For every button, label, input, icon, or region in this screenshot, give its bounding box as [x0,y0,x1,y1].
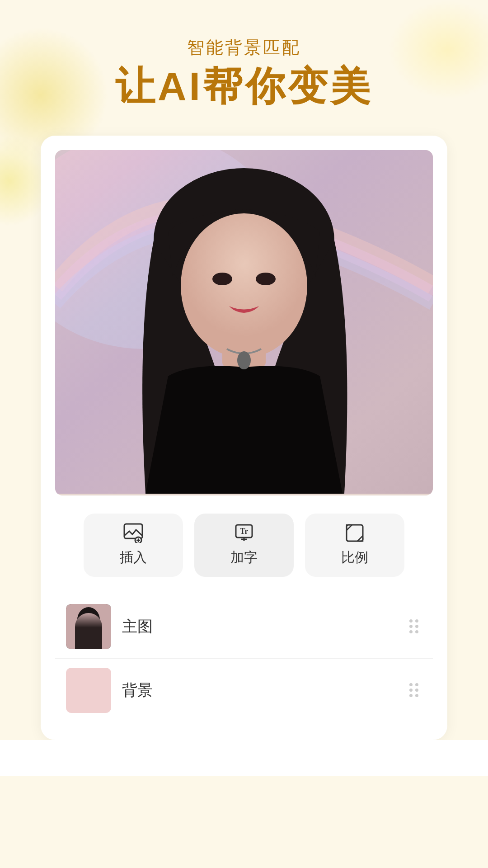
drag-dot [409,625,413,628]
svg-rect-8 [124,524,142,538]
photo-display [55,150,433,494]
layer-name-main: 主图 [122,616,395,637]
svg-point-20 [81,613,96,629]
drag-dot [409,619,413,623]
drag-dot-row [409,625,418,628]
drag-dot-row [409,694,418,697]
ratio-button[interactable]: 比例 [305,514,404,577]
drag-dot [409,683,413,686]
add-text-button[interactable]: Tr 加字 [194,514,294,577]
header-title: 让AI帮你变美 [115,65,373,108]
svg-point-19 [77,607,100,632]
layer-item-main[interactable]: 主图 [55,595,433,658]
bg-thumb-color [66,668,111,713]
drag-dot [409,630,413,633]
ratio-icon [345,523,365,543]
drag-dot [409,689,413,692]
drag-dot [415,619,418,623]
page-content: 智能背景匹配 让AI帮你变美 [0,0,488,776]
layer-thumb-bg [66,668,111,713]
ratio-label: 比例 [341,548,368,567]
svg-point-4 [181,213,307,358]
layer-name-bg: 背景 [122,680,395,701]
drag-dot-row [409,630,418,633]
drag-dot [415,630,418,633]
drag-dot-row [409,683,418,686]
svg-point-5 [212,273,232,285]
drag-dot [415,689,418,692]
drag-dot [415,625,418,628]
drag-dot-row [409,689,418,692]
bottom-spacer [0,740,488,776]
insert-icon [123,523,143,543]
layer-thumb-person [66,604,111,649]
insert-button[interactable]: 插入 [84,514,183,577]
header-subtitle: 智能背景匹配 [115,36,373,59]
svg-text:Tr: Tr [240,527,249,536]
svg-point-7 [237,351,251,369]
main-card: 插入 Tr 加字 [41,136,447,740]
drag-dot [415,694,418,697]
insert-label: 插入 [120,548,147,567]
toolbar: 插入 Tr 加字 [55,495,433,595]
add-text-label: 加字 [230,548,258,567]
drag-handle-bg[interactable] [406,679,422,701]
layer-item-bg[interactable]: 背景 [55,658,433,722]
svg-point-6 [256,273,276,285]
drag-handle-main[interactable] [406,616,422,637]
layer-thumb-main [66,604,111,649]
drag-dot-row [409,619,418,623]
text-icon: Tr [234,523,254,543]
layer-list: 主图 [55,595,433,740]
drag-dot [415,683,418,686]
photo-container [55,150,433,495]
drag-dot [409,694,413,697]
header-section: 智能背景匹配 让AI帮你变美 [115,36,373,108]
